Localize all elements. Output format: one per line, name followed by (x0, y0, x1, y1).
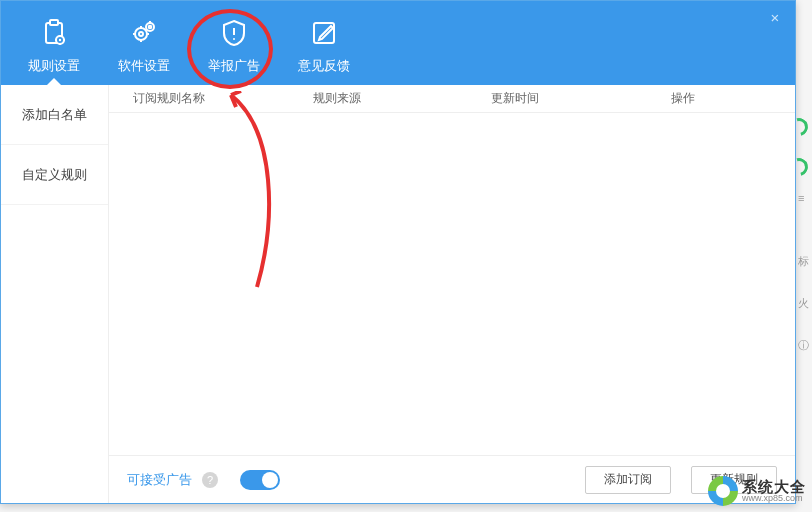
nav-label: 意见反馈 (298, 57, 350, 75)
svg-point-4 (135, 28, 147, 40)
clipboard-settings-icon (38, 17, 70, 49)
table-header: 订阅规则名称 规则来源 更新时间 操作 (109, 85, 795, 113)
sidebar-item-label: 自定义规则 (22, 166, 87, 184)
body: 添加白名单 自定义规则 订阅规则名称 规则来源 更新时间 操作 可接受广告 ? (1, 85, 795, 503)
bg-glyph: ⓘ (798, 338, 809, 353)
settings-window: × 规则设置 (0, 0, 796, 504)
acceptable-ads-link[interactable]: 可接受广告 (127, 471, 192, 489)
nav-label: 规则设置 (28, 57, 80, 75)
close-icon: × (771, 9, 780, 26)
help-icon[interactable]: ? (202, 472, 218, 488)
svg-rect-1 (50, 20, 58, 25)
col-time: 更新时间 (491, 90, 671, 107)
nav-item-report-ad[interactable]: 举报广告 (189, 1, 279, 85)
titlebar: × 规则设置 (1, 1, 795, 85)
nav-item-software-settings[interactable]: 软件设置 (99, 1, 189, 85)
svg-point-6 (146, 23, 154, 31)
col-name: 订阅规则名称 (133, 90, 313, 107)
main: 订阅规则名称 规则来源 更新时间 操作 可接受广告 ? 添加订阅 更新规则 (109, 85, 795, 503)
shield-alert-icon (218, 17, 250, 49)
nav-label: 软件设置 (118, 57, 170, 75)
acceptable-ads-toggle[interactable] (240, 470, 280, 490)
edit-square-icon (308, 17, 340, 49)
add-subscription-button[interactable]: 添加订阅 (585, 466, 671, 494)
background-strip: ≡ 标 火 ⓘ (796, 0, 812, 512)
toggle-knob (262, 472, 278, 488)
sidebar: 添加白名单 自定义规则 (1, 85, 109, 503)
col-source: 规则来源 (313, 90, 491, 107)
nav-item-rule-settings[interactable]: 规则设置 (9, 1, 99, 85)
close-button[interactable]: × (765, 7, 785, 27)
svg-point-9 (233, 38, 235, 40)
bg-glyph: 火 (798, 296, 809, 311)
gears-icon (128, 17, 160, 49)
col-op: 操作 (671, 90, 795, 107)
nav: 规则设置 软件设置 (1, 1, 369, 85)
sidebar-item-whitelist[interactable]: 添加白名单 (1, 85, 108, 145)
svg-point-7 (149, 26, 152, 29)
svg-point-5 (139, 32, 143, 36)
nav-item-feedback[interactable]: 意见反馈 (279, 1, 369, 85)
bg-glyph: ≡ (798, 192, 804, 204)
sidebar-item-label: 添加白名单 (22, 106, 87, 124)
table-body (109, 113, 795, 455)
bg-glyph: 标 (798, 254, 809, 269)
svg-point-3 (59, 39, 61, 41)
footer: 可接受广告 ? 添加订阅 更新规则 (109, 455, 795, 503)
update-rules-button[interactable]: 更新规则 (691, 466, 777, 494)
nav-label: 举报广告 (208, 57, 260, 75)
sidebar-item-custom-rules[interactable]: 自定义规则 (1, 145, 108, 205)
